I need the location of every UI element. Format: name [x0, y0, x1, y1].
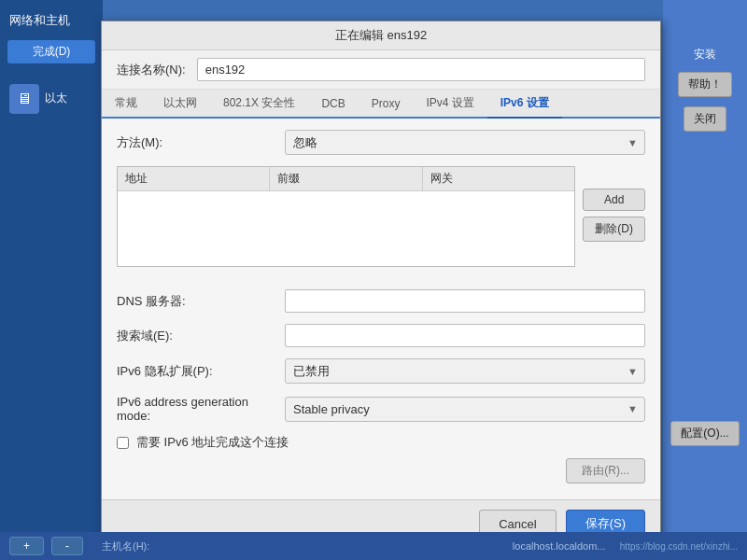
require-ipv6-label[interactable]: 需要 IPv6 地址完成这个连接	[136, 434, 289, 451]
sidebar: 网络和主机 完成(D) 🖥 以太	[0, 0, 103, 560]
addr-table-wrap: 地址 前缀 网关	[117, 166, 575, 278]
add-button[interactable]: Add	[583, 189, 645, 211]
addr-gen-mode-select[interactable]: Stable privacy EUI64	[285, 397, 645, 422]
addr-col-prefix: 前缀	[270, 167, 422, 190]
addr-gen-mode-select-wrapper: Stable privacy EUI64 ▼	[285, 397, 645, 422]
ipv6-privacy-label: IPv6 隐私扩展(P):	[117, 363, 285, 380]
install-label: 安装	[694, 47, 716, 63]
addr-gen-mode-row: IPv6 address generation mode: Stable pri…	[117, 395, 645, 423]
tab-general[interactable]: 常规	[102, 90, 150, 119]
config-button[interactable]: 配置(O)...	[670, 421, 739, 446]
tab-proxy[interactable]: Proxy	[359, 90, 414, 119]
connection-name-label: 连接名称(N):	[117, 62, 186, 78]
route-button[interactable]: 路由(R)...	[566, 458, 645, 483]
help-button[interactable]: 帮助！	[678, 72, 732, 97]
tab-dcb[interactable]: DCB	[308, 90, 358, 119]
ipv6-privacy-row: IPv6 隐私扩展(P): 已禁用 已启用（首选临时地址） 已启用（首选公开地址…	[117, 358, 645, 384]
right-panel: 安装 帮助！ 关闭 配置(O)...	[663, 0, 747, 560]
search-field	[285, 324, 645, 347]
hostname-label: 主机名(H):	[102, 539, 149, 553]
bottom-bar: + - 主机名(H): localhost.localdom... https:…	[0, 532, 747, 560]
dialog: 正在编辑 ens192 连接名称(N): 常规 以太网 802.1X 安全性 D…	[101, 21, 661, 548]
connection-name-row: 连接名称(N):	[102, 50, 660, 90]
ipv6-privacy-field: 已禁用 已启用（首选临时地址） 已启用（首选公开地址） ▼	[285, 358, 645, 384]
addr-buttons: Add 删除(D)	[583, 166, 645, 242]
require-ipv6-row: 需要 IPv6 地址完成这个连接	[117, 434, 645, 451]
status-url: https://blog.csdn.net/xinzhi...	[620, 541, 738, 552]
tab-security[interactable]: 802.1X 安全性	[210, 90, 308, 119]
dialog-body: 方法(M): 忽略 自动 手动 仅链路本地 禁用 ▼	[102, 119, 660, 499]
ethernet-icon: 🖥	[9, 84, 39, 114]
search-row: 搜索域(E):	[117, 324, 645, 347]
search-label: 搜索域(E):	[117, 328, 285, 344]
dns-field	[285, 289, 645, 313]
method-label: 方法(M):	[117, 134, 285, 151]
sidebar-item-ethernet[interactable]: 🖥 以太	[0, 77, 103, 121]
require-ipv6-checkbox[interactable]	[117, 437, 129, 449]
method-select-wrapper: 忽略 自动 手动 仅链路本地 禁用 ▼	[285, 130, 645, 155]
addr-table-body	[118, 191, 574, 266]
tab-ethernet[interactable]: 以太网	[150, 90, 210, 119]
delete-button[interactable]: 删除(D)	[583, 217, 645, 242]
tab-ipv6[interactable]: IPv6 设置	[487, 90, 562, 119]
sidebar-item-label: 以太	[45, 91, 67, 106]
dialog-title: 正在编辑 ens192	[335, 28, 427, 42]
addr-row-group: 地址 前缀 网关 Add 删除(D)	[117, 166, 645, 278]
close-button[interactable]: 关闭	[684, 106, 726, 132]
complete-button[interactable]: 完成(D)	[7, 40, 95, 63]
connection-name-input[interactable]	[197, 58, 645, 81]
addr-gen-mode-field: Stable privacy EUI64 ▼	[285, 397, 645, 422]
method-row: 方法(M): 忽略 自动 手动 仅链路本地 禁用 ▼	[117, 130, 645, 155]
dns-input[interactable]	[285, 289, 645, 313]
dns-label: DNS 服务器:	[117, 293, 285, 310]
dialog-titlebar: 正在编辑 ens192	[102, 21, 660, 50]
add-connection-button[interactable]: +	[9, 537, 44, 555]
addr-table: 地址 前缀 网关	[117, 166, 575, 267]
addr-col-gateway: 网关	[423, 167, 574, 190]
method-select[interactable]: 忽略 自动 手动 仅链路本地 禁用	[285, 130, 645, 155]
search-input[interactable]	[285, 324, 645, 347]
hostname-value: localhost.localdom... https://blog.csdn.…	[513, 540, 738, 552]
tabs-bar: 常规 以太网 802.1X 安全性 DCB Proxy IPv4 设置 IPv6…	[102, 90, 660, 119]
method-field: 忽略 自动 手动 仅链路本地 禁用 ▼	[285, 130, 645, 155]
addr-col-address: 地址	[118, 167, 270, 190]
dns-row: DNS 服务器:	[117, 289, 645, 313]
tab-ipv4[interactable]: IPv4 设置	[413, 90, 486, 119]
bottom-controls: + -	[9, 537, 83, 555]
ipv6-privacy-select-wrapper: 已禁用 已启用（首选临时地址） 已启用（首选公开地址） ▼	[285, 358, 645, 384]
remove-connection-button[interactable]: -	[51, 537, 83, 555]
addr-gen-mode-label: IPv6 address generation mode:	[117, 395, 285, 423]
ipv6-privacy-select[interactable]: 已禁用 已启用（首选临时地址） 已启用（首选公开地址）	[285, 358, 645, 384]
addr-table-header: 地址 前缀 网关	[118, 167, 574, 191]
sidebar-title: 网络和主机	[0, 0, 103, 36]
route-row: 路由(R)...	[117, 458, 645, 483]
